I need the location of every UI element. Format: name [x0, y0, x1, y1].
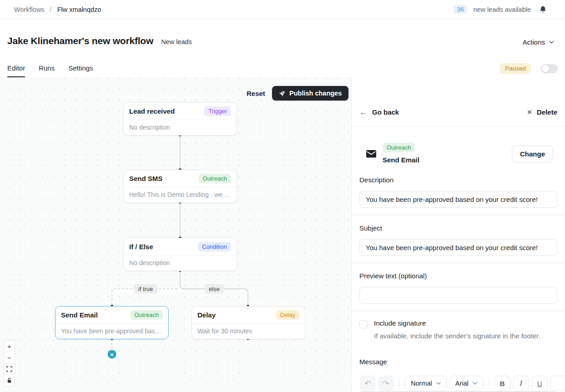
breadcrumb-current: Flw xmalnqdzo: [57, 6, 101, 13]
italic-button[interactable]: I: [513, 376, 529, 391]
close-icon: ×: [527, 108, 532, 116]
node-badge-trigger: Trigger: [204, 106, 231, 116]
section-divider: [352, 263, 565, 263]
publish-changes-button[interactable]: Publish changes: [272, 86, 348, 101]
chevron-down-icon: [473, 382, 477, 385]
tab-settings[interactable]: Settings: [68, 64, 93, 77]
workflow-enable-toggle[interactable]: [541, 64, 558, 73]
new-leads-count-badge: 36: [454, 5, 467, 14]
node-description: No description: [124, 256, 237, 271]
block-style-select[interactable]: Normal: [405, 376, 447, 391]
redo-button[interactable]: ↷: [378, 376, 393, 391]
message-toolbar: ↶ ↷ Normal Arial B I U: [360, 376, 565, 391]
chevron-down-icon: [436, 382, 441, 385]
rocket-icon: [279, 90, 286, 97]
toolbar-separator: [399, 378, 399, 388]
fit-view-button[interactable]: [4, 363, 15, 375]
tab-runs[interactable]: Runs: [39, 64, 55, 77]
section-divider: [352, 311, 565, 311]
actions-menu-button[interactable]: Actions: [523, 38, 554, 46]
bold-button[interactable]: B: [494, 376, 510, 391]
breadcrumb: Workflows / Flw xmalnqdzo: [14, 6, 101, 13]
node-header: Send SMS Outreach: [124, 170, 237, 187]
delete-node-button[interactable]: × Delete: [527, 108, 557, 116]
workflow-status: Paused: [500, 63, 558, 74]
node-send-email[interactable]: Send Email Outreach You have been pre-ap…: [55, 306, 169, 339]
preview-text-input[interactable]: [359, 287, 558, 304]
node-description: Wait for 30 minutes: [192, 324, 305, 339]
fit-view-icon: [6, 366, 12, 372]
paused-badge: Paused: [500, 63, 531, 74]
workflow-canvas[interactable]: Reset Publish changes Lead received Trig…: [0, 77, 351, 392]
zoom-out-button[interactable]: −: [4, 352, 15, 363]
node-title: Send SMS: [129, 175, 162, 182]
include-signature-label: Include signature: [374, 319, 558, 327]
node-header: If / Else Condition: [124, 238, 237, 256]
subject-input[interactable]: [359, 239, 558, 256]
breadcrumb-workflows-link[interactable]: Workflows: [14, 6, 45, 13]
panel-divider: [352, 126, 565, 126]
font-family-select[interactable]: Arial: [449, 376, 483, 391]
reset-button[interactable]: Reset: [244, 88, 268, 99]
lock-icon: [6, 377, 12, 383]
node-title: Lead received: [129, 107, 175, 115]
config-panel: ← Go back × Delete Outreach Send Email C…: [351, 77, 565, 392]
node-badge-outreach: Outreach: [199, 174, 231, 183]
node-badge-condition: Condition: [198, 242, 231, 251]
node-delay[interactable]: Delay Delay Wait for 30 minutes: [192, 306, 305, 339]
node-header: Lead received Trigger: [124, 103, 237, 120]
block-style-value: Normal: [411, 380, 432, 387]
preview-text-label: Preview text (optional): [359, 272, 427, 280]
node-title: Send Email: [61, 311, 98, 319]
back-arrow-icon: ←: [359, 108, 367, 116]
node-badge-delay: Delay: [276, 310, 299, 320]
node-description: You have been pre-approved based on...: [55, 324, 168, 339]
format-button-partial[interactable]: [550, 376, 565, 391]
include-signature-help: If available, include the sender's signa…: [374, 332, 558, 340]
breadcrumb-separator: /: [50, 6, 52, 13]
toolbar-separator: [489, 378, 489, 388]
top-bar: Workflows / Flw xmalnqdzo 36 new leads a…: [0, 0, 565, 19]
publish-label: Publish changes: [289, 90, 342, 97]
envelope-icon: [366, 150, 376, 160]
node-description: Hello! This is Demo Lending - we recei..…: [124, 187, 237, 202]
new-leads-label: new leads available: [473, 6, 531, 13]
node-badge-outreach: Outreach: [131, 310, 163, 320]
message-label: Message: [359, 358, 387, 366]
section-divider: [352, 215, 565, 215]
underline-button[interactable]: U: [532, 376, 548, 391]
change-node-button[interactable]: Change: [512, 146, 553, 162]
delete-label: Delete: [537, 108, 557, 116]
page-title: Jake Klinehamer's new workflow: [7, 35, 153, 46]
node-header: Send Email Outreach: [55, 307, 168, 324]
branch-label-if-true: if true: [134, 284, 158, 294]
node-title: If / Else: [129, 243, 153, 251]
tab-editor[interactable]: Editor: [7, 64, 25, 77]
canvas-controls: + −: [4, 340, 15, 387]
title-row: Jake Klinehamer's new workflow New leads: [0, 19, 565, 46]
node-header: Delay Delay: [192, 307, 305, 324]
undo-button[interactable]: ↶: [360, 376, 375, 391]
subject-label: Subject: [359, 224, 382, 232]
node-if-else[interactable]: If / Else Condition No description: [123, 238, 237, 271]
include-signature-checkbox[interactable]: [359, 320, 368, 328]
node-lead-received[interactable]: Lead received Trigger No description: [123, 102, 237, 136]
page-header: Jake Klinehamer's new workflow New leads…: [0, 19, 565, 77]
branch-label-else: else: [204, 284, 224, 294]
main-area: Reset Publish changes Lead received Trig…: [0, 77, 565, 392]
node-description: No description: [124, 120, 237, 135]
go-back-button[interactable]: ← Go back: [359, 108, 399, 116]
description-input[interactable]: [359, 191, 558, 208]
zoom-in-button[interactable]: +: [4, 341, 15, 352]
selected-node-info: Outreach Send Email Change: [366, 143, 553, 164]
lock-button[interactable]: [4, 375, 15, 386]
node-send-sms[interactable]: Send SMS Outreach Hello! This is Demo Le…: [123, 170, 237, 203]
include-signature-row: Include signature If available, include …: [359, 319, 558, 340]
add-step-button[interactable]: +: [108, 350, 116, 359]
go-back-label: Go back: [372, 108, 399, 116]
panel-header: ← Go back × Delete: [359, 106, 557, 118]
actions-label: Actions: [523, 38, 545, 46]
chevron-down-icon: [549, 40, 554, 44]
bell-icon[interactable]: [539, 5, 547, 13]
font-family-value: Arial: [455, 380, 469, 387]
